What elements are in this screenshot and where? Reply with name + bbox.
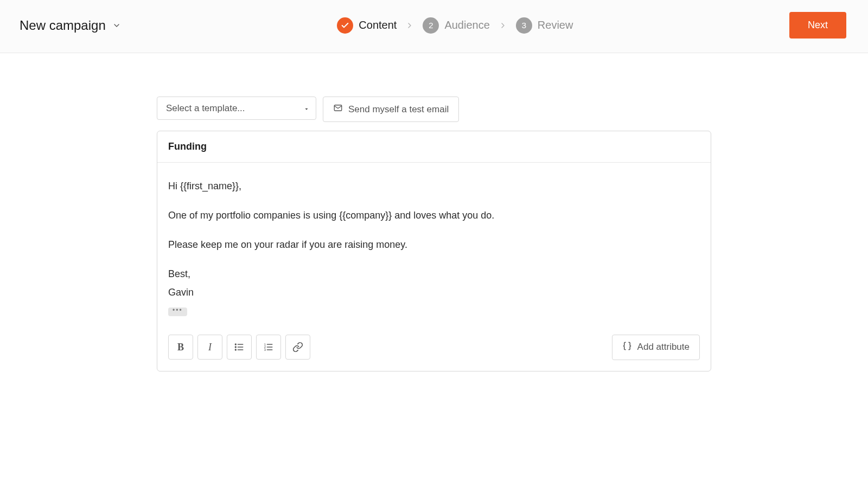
send-test-email-button[interactable]: Send myself a test email xyxy=(323,97,459,122)
chevron-right-icon xyxy=(499,21,507,30)
link-button[interactable] xyxy=(285,335,310,360)
format-buttons: B I 123 xyxy=(168,335,310,360)
send-test-email-label: Send myself a test email xyxy=(348,104,449,115)
header-bar: New campaign Content 2 Audience 3 Review… xyxy=(0,0,868,53)
step-audience[interactable]: 2 Audience xyxy=(423,17,489,34)
editor-card: Funding Hi {{first_name}}, One of my por… xyxy=(157,131,711,371)
editor-toolbar: B I 123 Add attribute xyxy=(157,327,711,371)
step-label: Audience xyxy=(444,19,489,31)
step-number: 2 xyxy=(423,17,439,34)
numbered-list-button[interactable]: 123 xyxy=(256,335,281,360)
step-number: 3 xyxy=(516,17,532,34)
step-content[interactable]: Content xyxy=(337,17,397,34)
svg-point-3 xyxy=(235,347,237,348)
braces-icon xyxy=(622,341,632,354)
bold-button[interactable]: B xyxy=(168,335,193,360)
subject-input[interactable]: Funding xyxy=(157,131,711,163)
check-icon xyxy=(337,17,353,34)
chevron-right-icon xyxy=(405,21,414,30)
italic-button[interactable]: I xyxy=(197,335,222,360)
step-review[interactable]: 3 Review xyxy=(516,17,573,34)
svg-point-1 xyxy=(235,344,237,345)
signature-toggle[interactable]: ••• xyxy=(168,307,187,316)
stepper: Content 2 Audience 3 Review xyxy=(337,17,573,34)
body-line: Please keep me on your radar if you are … xyxy=(168,238,700,252)
body-signature-name: Gavin xyxy=(168,285,700,299)
body-line: One of my portfolio companies is using {… xyxy=(168,208,700,222)
page-title: New campaign xyxy=(20,18,106,33)
next-button[interactable]: Next xyxy=(789,12,846,39)
template-select[interactable]: Select a template... xyxy=(157,97,316,120)
add-attribute-button[interactable]: Add attribute xyxy=(612,335,700,360)
body-greeting: Hi {{first_name}}, xyxy=(168,179,700,193)
body-signoff: Best, xyxy=(168,267,700,281)
bullet-list-button[interactable] xyxy=(227,335,252,360)
svg-point-5 xyxy=(235,349,237,350)
step-label: Review xyxy=(538,19,573,31)
chevron-down-icon xyxy=(112,21,121,30)
mail-icon xyxy=(333,103,343,116)
template-select-wrap: Select a template... xyxy=(157,97,316,122)
body-editor[interactable]: Hi {{first_name}}, One of my portfolio c… xyxy=(157,163,711,327)
step-label: Content xyxy=(359,19,397,31)
actions-row: Select a template... Send myself a test … xyxy=(157,97,711,122)
add-attribute-label: Add attribute xyxy=(637,342,690,353)
header-title-wrap[interactable]: New campaign xyxy=(20,18,121,33)
main-content: Select a template... Send myself a test … xyxy=(157,53,711,393)
svg-text:3: 3 xyxy=(264,348,266,351)
